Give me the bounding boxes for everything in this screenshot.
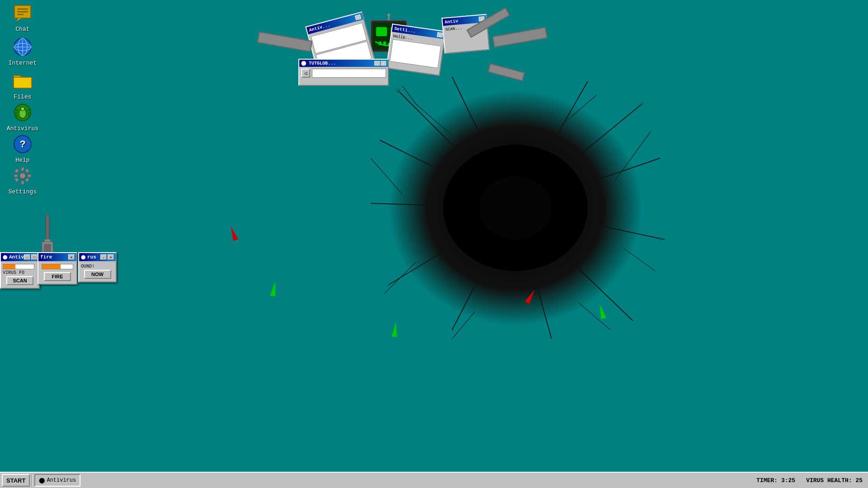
svg-rect-23 [21,167,24,171]
window-titlebar-3: ⬤ rus - × [79,253,116,261]
antivirus-icon-desktop[interactable]: Antivirus [2,102,43,132]
settings-label: Settings [9,188,37,195]
window-titlebar-1: ⬤ Antiv - □ [1,253,39,261]
chat-icon-desktop[interactable]: Chat [2,2,43,33]
internet-label: Internet [9,60,37,66]
svg-rect-41 [391,27,401,36]
virus-health-display: VIRUS HEALTH: 25 [806,477,863,484]
svg-rect-30 [25,178,29,182]
svg-point-36 [443,145,588,271]
svg-rect-40 [376,27,387,36]
svg-point-19 [21,107,24,111]
svg-rect-27 [14,169,19,173]
green-particle-3 [597,304,606,319]
antivirus-window-1[interactable]: ⬤ Antiv - □ VIRUS FO SCAN [0,252,40,289]
svg-rect-44 [388,43,391,46]
window-titlebar-2: fire × [38,253,76,261]
svg-rect-24 [21,181,24,184]
minimize-btn-3[interactable]: - [100,254,107,260]
scan-bar-1 [3,264,34,269]
green-particle-4 [392,322,399,337]
svg-point-32 [395,88,401,93]
svg-rect-10 [14,77,32,88]
virus-hole [362,68,669,348]
help-label: Help [15,157,29,164]
antivirus-label: Antivirus [7,125,38,132]
internet-icon-desktop[interactable]: Internet [2,36,43,66]
chaos-cluster: Antiv... × Setti... × Wallp... Antiv × S… [271,14,542,104]
svg-rect-25 [14,174,18,177]
svg-rect-39 [373,23,405,50]
svg-point-22 [19,173,26,179]
found-text: OUND! [81,264,114,269]
taskbar-antivirus[interactable]: ⬤ Antivirus [34,474,80,487]
maximize-btn-1[interactable]: □ [31,254,38,260]
svg-point-31 [389,90,642,325]
svg-point-34 [658,237,662,242]
files-label: Files [14,94,31,100]
help-icon: ? [12,133,33,155]
svg-rect-26 [28,174,31,177]
svg-rect-50 [45,239,50,244]
start-button[interactable]: START [2,474,30,487]
svg-rect-42 [379,42,382,45]
svg-point-33 [640,102,644,106]
chat-icon [12,2,33,24]
chat-label: Chat [15,26,29,33]
fire-button[interactable]: FIRE [44,272,71,281]
now-button[interactable]: NOW [84,270,111,279]
taskbar: START ⬤ Antivirus TIMER: 3:25 VIRUS HEAL… [0,472,868,488]
antivirus-icon [12,102,33,123]
svg-rect-43 [383,42,386,45]
taskbar-status: TIMER: 3:25 VIRUS HEALTH: 25 [756,477,866,484]
svg-rect-49 [46,215,49,242]
files-icon-desktop[interactable]: Files [2,70,43,100]
svg-rect-38 [371,20,407,52]
svg-marker-4 [16,18,22,22]
antivirus-window-3[interactable]: ⬤ rus - × OUND! NOW [78,252,117,282]
svg-text:?: ? [19,139,25,150]
close-btn-3[interactable]: × [108,254,114,260]
virus-found-text: VIRUS FO [3,270,37,275]
svg-rect-52 [44,244,51,253]
red-particle-1 [228,225,239,241]
red-particle-2 [525,289,537,305]
timer-display: TIMER: 3:25 [756,477,795,484]
svg-rect-46 [397,42,400,45]
taskbar-separator [32,474,33,487]
globe-icon [12,36,33,58]
taskbar-antivirus-label: Antivirus [47,477,76,483]
minimize-btn-1[interactable]: - [24,254,30,260]
svg-rect-29 [25,169,29,173]
svg-point-37 [479,176,552,239]
close-btn-2[interactable]: × [68,254,75,260]
scan-bar-2 [42,264,73,269]
svg-rect-28 [14,178,19,182]
green-particle-1 [270,281,278,297]
svg-point-35 [387,282,391,287]
scan-button[interactable]: SCAN [6,276,33,285]
folder-icon [12,70,33,92]
start-label: START [6,477,25,484]
svg-point-48 [387,14,390,16]
gear-icon [12,165,33,187]
svg-rect-45 [392,42,395,45]
settings-icon-desktop[interactable]: Settings [2,165,43,195]
antivirus-window-2[interactable]: fire × FIRE [38,252,77,285]
help-icon-desktop[interactable]: ? Help [2,133,43,164]
